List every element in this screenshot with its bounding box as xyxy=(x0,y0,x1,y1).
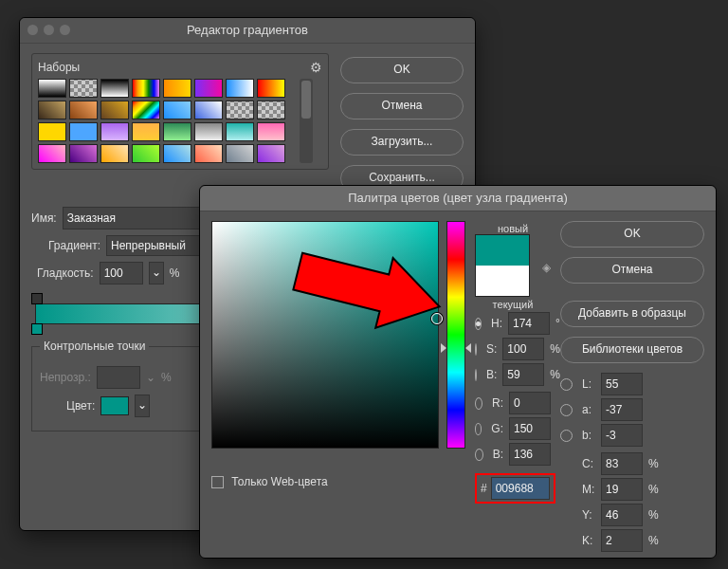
preset-swatch[interactable] xyxy=(69,144,98,163)
picker-ok-button[interactable]: OK xyxy=(560,221,704,248)
preset-swatch[interactable] xyxy=(257,144,285,163)
preset-swatch[interactable] xyxy=(38,122,66,141)
opacity-input xyxy=(97,366,140,389)
preset-swatches[interactable] xyxy=(38,79,296,163)
color-picker-window: Палитра цветов (цвет узла градиента) Тол… xyxy=(199,185,717,559)
radio-G[interactable] xyxy=(475,423,482,435)
preset-swatch[interactable] xyxy=(69,79,98,98)
opacity-label: Непрозр.: xyxy=(40,371,91,384)
presets-label: Наборы xyxy=(38,61,80,74)
field-label-B: B: xyxy=(493,448,503,461)
gear-icon[interactable]: ⚙ xyxy=(310,60,322,75)
color-picker-titlebar[interactable]: Палитра цветов (цвет узла градиента) xyxy=(200,186,716,211)
field-label-M: M: xyxy=(582,483,595,496)
preset-swatch[interactable] xyxy=(257,101,285,119)
preset-swatch[interactable] xyxy=(38,101,66,119)
field-input-G[interactable] xyxy=(509,417,551,440)
preset-swatch[interactable] xyxy=(226,101,254,119)
chevron-down-icon[interactable]: ⌄ xyxy=(135,395,150,417)
stop-color-chip[interactable] xyxy=(100,396,129,415)
field-input-S[interactable] xyxy=(502,338,544,360)
field-unit: % xyxy=(648,534,659,547)
preset-swatch[interactable] xyxy=(100,122,129,141)
field-label-R: R: xyxy=(492,396,503,410)
preset-swatch[interactable] xyxy=(132,122,160,141)
hue-slider[interactable] xyxy=(446,221,465,449)
preset-swatch[interactable] xyxy=(226,122,254,141)
hex-field-highlight: # xyxy=(475,473,555,504)
preset-swatch[interactable] xyxy=(194,144,223,163)
preset-swatch[interactable] xyxy=(163,101,191,119)
color-stop-left[interactable] xyxy=(31,323,43,335)
preset-swatch[interactable] xyxy=(132,144,160,163)
gradient-editor-title: Редактор градиентов xyxy=(187,23,308,37)
field-label-K: K: xyxy=(582,534,595,547)
radio-b[interactable] xyxy=(560,430,573,442)
ok-button[interactable]: OK xyxy=(340,57,464,83)
radio-L[interactable] xyxy=(560,378,573,391)
preset-swatch[interactable] xyxy=(226,144,254,163)
radio-a[interactable] xyxy=(560,404,573,416)
preset-swatch[interactable] xyxy=(38,144,66,163)
preset-swatch[interactable] xyxy=(69,122,98,141)
preset-swatch[interactable] xyxy=(38,79,66,98)
new-current-swatch[interactable] xyxy=(475,234,530,297)
field-unit: % xyxy=(648,508,659,522)
web-only-checkbox[interactable] xyxy=(211,476,224,488)
preset-swatch[interactable] xyxy=(163,122,191,141)
opacity-stop-left[interactable] xyxy=(31,293,43,304)
web-only-label: Только Web-цвета xyxy=(231,475,327,488)
color-label: Цвет: xyxy=(66,399,95,413)
radio-S[interactable] xyxy=(475,343,477,356)
field-input-K[interactable] xyxy=(601,529,643,552)
preset-swatch[interactable] xyxy=(100,144,129,163)
presets-scrollbar[interactable] xyxy=(300,79,313,163)
saturation-value-field[interactable] xyxy=(211,221,439,449)
preset-swatch[interactable] xyxy=(132,101,160,119)
field-label-Y: Y: xyxy=(582,508,595,522)
radio-B[interactable] xyxy=(475,449,483,461)
field-input-M[interactable] xyxy=(601,478,643,501)
field-input-B[interactable] xyxy=(502,363,544,386)
field-input-H[interactable] xyxy=(508,312,550,335)
preset-swatch[interactable] xyxy=(194,79,223,98)
preset-swatch[interactable] xyxy=(163,79,191,98)
field-label-G: G: xyxy=(491,422,503,435)
field-input-R[interactable] xyxy=(509,392,551,414)
cube-icon[interactable]: ◈ xyxy=(539,261,551,272)
preset-swatch[interactable] xyxy=(132,79,160,98)
preset-swatch[interactable] xyxy=(194,101,223,119)
radio-R[interactable] xyxy=(475,397,482,410)
smoothness-input[interactable] xyxy=(100,262,143,284)
hex-input[interactable] xyxy=(491,477,550,500)
chevron-down-icon[interactable]: ⌄ xyxy=(149,262,164,284)
window-traffic-lights[interactable] xyxy=(27,25,70,35)
preset-swatch[interactable] xyxy=(257,79,285,98)
add-swatch-button[interactable]: Добавить в образцы xyxy=(560,301,704,327)
field-input-B[interactable] xyxy=(509,443,551,466)
field-label-L: L: xyxy=(582,377,595,391)
preset-swatch[interactable] xyxy=(257,122,285,141)
field-input-Y[interactable] xyxy=(601,504,643,526)
name-label: Имя: xyxy=(31,211,57,225)
radio-B[interactable] xyxy=(475,369,477,381)
field-unit: % xyxy=(550,342,560,356)
preset-swatch[interactable] xyxy=(100,101,129,119)
gradient-editor-titlebar[interactable]: Редактор градиентов xyxy=(20,18,475,44)
preset-swatch[interactable] xyxy=(163,144,191,163)
sv-cursor[interactable] xyxy=(431,313,443,324)
preset-swatch[interactable] xyxy=(69,101,98,119)
field-input-C[interactable] xyxy=(601,452,643,475)
field-input-b[interactable] xyxy=(601,424,643,447)
preset-swatch[interactable] xyxy=(100,79,129,98)
color-libs-button[interactable]: Библиотеки цветов xyxy=(560,337,704,363)
load-button[interactable]: Загрузить... xyxy=(340,129,464,156)
preset-swatch[interactable] xyxy=(194,122,223,141)
field-input-a[interactable] xyxy=(601,398,643,421)
radio-H[interactable] xyxy=(475,318,482,330)
preset-swatch[interactable] xyxy=(226,79,254,98)
field-label-C: C: xyxy=(582,457,595,470)
cancel-button[interactable]: Отмена xyxy=(340,93,464,119)
picker-cancel-button[interactable]: Отмена xyxy=(560,257,704,284)
field-input-L[interactable] xyxy=(601,373,643,395)
